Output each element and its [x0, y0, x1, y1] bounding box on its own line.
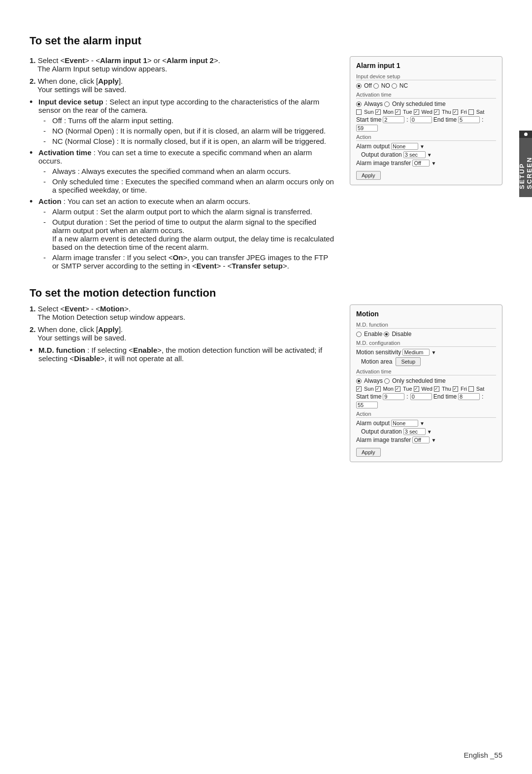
- motion-only-label: Only scheduled time: [392, 377, 446, 384]
- alarm-dash-list-2: Always : Always executes the specified c…: [43, 167, 335, 194]
- alarm-bullet1-colon: :: [105, 98, 109, 106]
- alarm-day-sun-cb[interactable]: [356, 109, 362, 115]
- motion-md-function-label: M.D. function: [356, 322, 496, 329]
- alarm-duration-row: Output duration 3 sec ▼: [356, 151, 496, 158]
- motion-days-row: Sun Mon Tue Wed Thu Fri Sat: [356, 386, 496, 392]
- alarm-day-fri: Fri: [461, 109, 467, 115]
- motion-bullet1-colon: :: [87, 346, 91, 354]
- page-footer: English _55: [464, 751, 502, 759]
- motion-step2-note: Your settings will be saved.: [37, 334, 335, 342]
- alarm-bullet3-text: You can set an action to execute when an…: [67, 197, 250, 205]
- alarm-day-thu-cb[interactable]: [434, 109, 439, 115]
- alarm-dash3-2: Output duration : Set the period of time…: [43, 218, 335, 251]
- alarm-start-label: Start time: [356, 116, 381, 123]
- motion-start-m-select[interactable]: 0: [410, 393, 432, 400]
- motion-disable-radio[interactable]: [384, 332, 389, 337]
- motion-day-tue-cb[interactable]: [395, 386, 400, 392]
- alarm-day-tue-cb[interactable]: [395, 109, 400, 115]
- motion-only-radio[interactable]: [384, 378, 390, 384]
- alarm-bullet-activation: Activation time : You can set a time to …: [30, 148, 335, 194]
- motion-enable-radio[interactable]: [356, 332, 362, 337]
- alarm-start-m-select[interactable]: 0: [410, 116, 432, 123]
- alarm-panel-input-device-label: Input device setup: [356, 73, 496, 80]
- motion-day-mon-cb[interactable]: [375, 386, 381, 392]
- motion-steps-col: 1. Select <Event> - <Motion>. The Motion…: [30, 304, 335, 462]
- motion-always-radio[interactable]: [356, 378, 362, 384]
- motion-output-row: Alarm output None ▼: [356, 420, 496, 427]
- motion-bullet-md-function: M.D. function : If selecting <Enable>, t…: [30, 346, 335, 363]
- alarm-time-row: Start time 2 : 0 End time 5 : 59: [356, 116, 496, 132]
- motion-day-sat-cb[interactable]: [468, 386, 474, 392]
- alarm-end-m-select[interactable]: 59: [356, 125, 378, 132]
- alarm-radio-off[interactable]: [356, 83, 362, 89]
- alarm-step2: 2. When done, click [Apply]. Your settin…: [30, 77, 335, 94]
- motion-day-sun-cb[interactable]: [356, 386, 362, 392]
- motion-step1-note: The Motion Detection setup window appear…: [37, 313, 335, 321]
- alarm-step2-note: Your settings will be saved.: [37, 85, 335, 94]
- alarm-bullet3-colon: :: [64, 197, 67, 205]
- alarm-output-row: Alarm output None ▼: [356, 143, 496, 150]
- alarm-bullet3-label: Action: [38, 197, 62, 205]
- alarm-bullet-list: Input device setup : Select an input typ…: [30, 98, 335, 270]
- alarm-day-mon-cb[interactable]: [375, 109, 381, 115]
- motion-disable-label: Disable: [392, 331, 411, 337]
- motion-sensitivity-select[interactable]: Medium: [402, 349, 430, 356]
- motion-start-label: Start time: [356, 393, 381, 400]
- motion-setup-btn[interactable]: Setup: [396, 357, 421, 366]
- alarm-bullet2-label: Activation time: [38, 148, 92, 157]
- alarm-step1-note: The Alarm Input setup window appears.: [37, 65, 335, 73]
- motion-enable-label: Enable: [364, 331, 382, 337]
- alarm-duration-label: Output duration: [361, 151, 402, 158]
- alarm-only-label: Only scheduled time: [392, 101, 446, 107]
- motion-time-row: Start time 9 : 0 End time 8 : 55: [356, 393, 496, 408]
- alarm-end-label: End time: [433, 116, 457, 123]
- motion-duration-select[interactable]: 3 sec: [403, 428, 426, 435]
- motion-step2: 2. When done, click [Apply]. Your settin…: [30, 325, 335, 342]
- alarm-radio-nc[interactable]: [392, 83, 397, 89]
- alarm-day-wed-cb[interactable]: [414, 109, 419, 115]
- alarm-always-radio[interactable]: [356, 101, 362, 107]
- alarm-radio-no[interactable]: [373, 83, 379, 89]
- motion-step1-num: 1.: [30, 304, 36, 313]
- alarm-panel-title: Alarm input 1: [356, 62, 496, 69]
- alarm-duration-select[interactable]: 3 sec: [403, 151, 426, 158]
- alarm-day-sat-cb[interactable]: [468, 109, 474, 115]
- motion-area-row: Motion area Setup: [356, 357, 496, 366]
- alarm-output-select[interactable]: None: [391, 143, 418, 150]
- alarm-panel-input-row: Off NO NC: [356, 82, 496, 89]
- motion-md-config-label: M.D. configuration: [356, 340, 496, 347]
- alarm-start-h-select[interactable]: 2: [383, 116, 404, 123]
- motion-start-h-select[interactable]: 9: [383, 393, 404, 400]
- alarm-end-h-select[interactable]: 5: [458, 116, 480, 123]
- motion-apply-btn[interactable]: Apply: [356, 448, 381, 457]
- alarm-nc-label: NC: [399, 82, 408, 89]
- motion-output-select[interactable]: None: [391, 420, 418, 427]
- motion-sensitivity-label: Motion sensitivity: [356, 349, 401, 356]
- motion-image-select[interactable]: Off: [412, 437, 430, 443]
- alarm-day-fri-cb[interactable]: [453, 109, 458, 115]
- motion-day-fri-cb[interactable]: [453, 386, 458, 392]
- alarm-only-radio[interactable]: [384, 101, 390, 107]
- motion-step1-text: Select <Event> - <Motion>.: [38, 304, 131, 313]
- alarm-action-section-label: Action: [356, 134, 496, 141]
- side-tab-dot: [519, 131, 532, 138]
- motion-day-wed-cb[interactable]: [414, 386, 419, 392]
- alarm-always-label: Always: [364, 101, 383, 107]
- alarm-section-title: To set the alarm input: [30, 34, 502, 47]
- motion-duration-label: Output duration: [361, 428, 402, 435]
- alarm-image-select[interactable]: Off: [412, 160, 430, 167]
- motion-end-m-select[interactable]: 55: [356, 402, 378, 408]
- motion-day-thu-cb[interactable]: [434, 386, 439, 392]
- motion-section-block: 1. Select <Event> - <Motion>. The Motion…: [30, 304, 502, 462]
- alarm-step1-num: 1.: [30, 56, 36, 65]
- motion-day-thu: Thu: [442, 386, 451, 392]
- alarm-dash1-1: Off : Turns off the alarm input setting.: [43, 116, 335, 125]
- alarm-step2-num: 2.: [30, 77, 36, 85]
- alarm-day-wed: Wed: [422, 109, 432, 115]
- alarm-dash1-2: NO (Normal Open) : It is normally open, …: [43, 127, 335, 135]
- motion-end-h-select[interactable]: 8: [458, 393, 480, 400]
- alarm-apply-btn[interactable]: Apply: [356, 171, 381, 180]
- motion-output-label: Alarm output: [356, 420, 390, 427]
- alarm-step1-text: Select <Event> - <Alarm input 1> or <Ala…: [38, 56, 220, 65]
- alarm-section-block: 1. Select <Event> - <Alarm input 1> or <…: [30, 56, 502, 273]
